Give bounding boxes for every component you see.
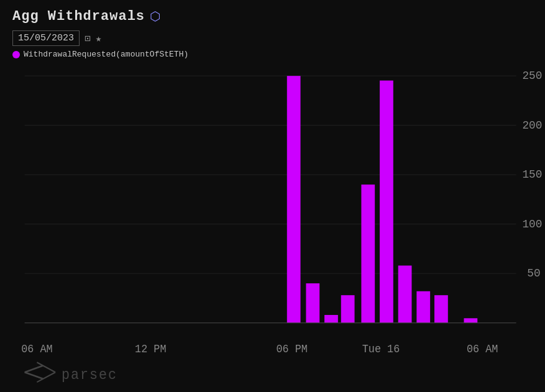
bar-3 <box>324 315 338 323</box>
star-icon[interactable]: ★ <box>96 32 102 45</box>
bar-9 <box>434 295 448 323</box>
header: Agg Withdrawals ⬡ <box>6 6 545 27</box>
svg-text:150: 150 <box>522 168 542 182</box>
svg-text:12 PM: 12 PM <box>135 343 166 356</box>
calendar-icon[interactable]: ⊡ <box>85 32 91 45</box>
legend-label: WithdrawalRequested(amountOfStETH) <box>24 50 188 59</box>
date-row: 15/05/2023 ⊡ ★ <box>6 27 545 47</box>
bar-2 <box>306 283 319 323</box>
bar-6 <box>380 81 393 323</box>
bar-5 <box>361 185 375 323</box>
bar-4 <box>341 295 355 323</box>
chart-svg: 250 200 150 100 50 <box>6 63 545 392</box>
legend-row: WithdrawalRequested(amountOfStETH) <box>6 47 545 60</box>
svg-text:250: 250 <box>522 70 542 83</box>
svg-text:06 AM: 06 AM <box>467 343 498 356</box>
svg-text:Tue 16: Tue 16 <box>362 343 400 356</box>
app-container: Agg Withdrawals ⬡ 15/05/2023 ⊡ ★ Withdra… <box>0 0 545 392</box>
chart-area: 250 200 150 100 50 <box>6 63 545 392</box>
bar-7 <box>398 265 412 322</box>
svg-text:200: 200 <box>522 119 542 132</box>
svg-text:parsec: parsec <box>62 367 117 383</box>
date-display[interactable]: 15/05/2023 <box>12 30 80 46</box>
svg-line-18 <box>25 372 44 379</box>
bar-1 <box>287 76 301 323</box>
svg-text:50: 50 <box>527 267 540 281</box>
eth-icon: ⬡ <box>150 9 160 24</box>
bar-10 <box>464 318 478 322</box>
bar-8 <box>416 291 430 323</box>
svg-text:06 AM: 06 AM <box>21 343 52 356</box>
svg-text:100: 100 <box>522 217 542 231</box>
svg-text:06 PM: 06 PM <box>277 343 308 356</box>
svg-line-17 <box>25 366 44 373</box>
legend-dot <box>12 51 20 58</box>
page-title: Agg Withdrawals <box>12 9 145 24</box>
